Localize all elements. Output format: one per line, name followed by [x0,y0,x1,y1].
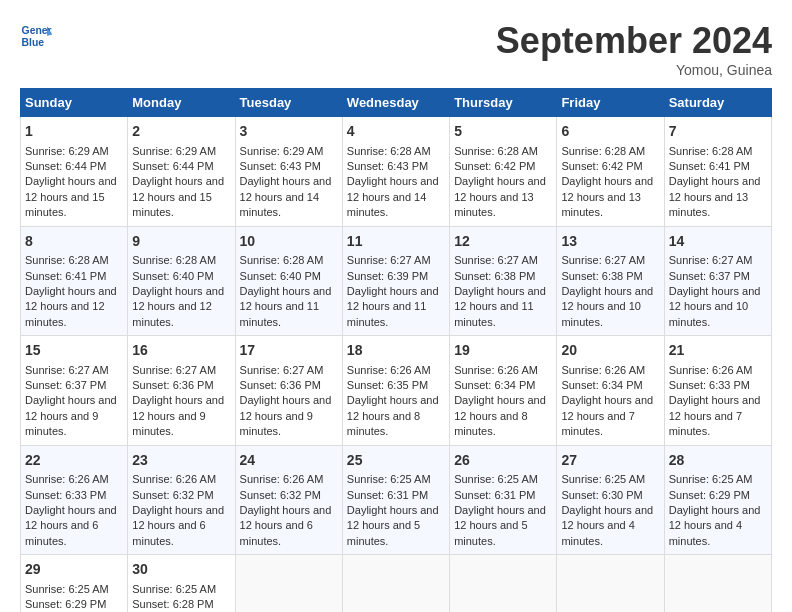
table-row: 29 Sunrise: 6:25 AM Sunset: 6:29 PM Dayl… [21,555,128,612]
title-block: September 2024 Yomou, Guinea [496,20,772,78]
header-friday: Friday [557,89,664,117]
calendar-week-row: 1 Sunrise: 6:29 AM Sunset: 6:44 PM Dayli… [21,117,772,227]
table-row: 3 Sunrise: 6:29 AM Sunset: 6:43 PM Dayli… [235,117,342,227]
table-row: 16 Sunrise: 6:27 AM Sunset: 6:36 PM Dayl… [128,336,235,446]
table-row: 26 Sunrise: 6:25 AM Sunset: 6:31 PM Dayl… [450,445,557,555]
table-row: 20 Sunrise: 6:26 AM Sunset: 6:34 PM Dayl… [557,336,664,446]
table-row: 4 Sunrise: 6:28 AM Sunset: 6:43 PM Dayli… [342,117,449,227]
table-row: 8 Sunrise: 6:28 AM Sunset: 6:41 PM Dayli… [21,226,128,336]
header-wednesday: Wednesday [342,89,449,117]
table-row: 23 Sunrise: 6:26 AM Sunset: 6:32 PM Dayl… [128,445,235,555]
table-row: 14 Sunrise: 6:27 AM Sunset: 6:37 PM Dayl… [664,226,771,336]
day-headers-row: Sunday Monday Tuesday Wednesday Thursday… [21,89,772,117]
table-row: 27 Sunrise: 6:25 AM Sunset: 6:30 PM Dayl… [557,445,664,555]
header-monday: Monday [128,89,235,117]
table-row: 11 Sunrise: 6:27 AM Sunset: 6:39 PM Dayl… [342,226,449,336]
table-row: 2 Sunrise: 6:29 AM Sunset: 6:44 PM Dayli… [128,117,235,227]
calendar-table: Sunday Monday Tuesday Wednesday Thursday… [20,88,772,612]
table-row: 6 Sunrise: 6:28 AM Sunset: 6:42 PM Dayli… [557,117,664,227]
table-row: 9 Sunrise: 6:28 AM Sunset: 6:40 PM Dayli… [128,226,235,336]
header-tuesday: Tuesday [235,89,342,117]
calendar-week-row: 8 Sunrise: 6:28 AM Sunset: 6:41 PM Dayli… [21,226,772,336]
table-row: 30 Sunrise: 6:25 AM Sunset: 6:28 PM Dayl… [128,555,235,612]
calendar-week-row: 15 Sunrise: 6:27 AM Sunset: 6:37 PM Dayl… [21,336,772,446]
table-row: 22 Sunrise: 6:26 AM Sunset: 6:33 PM Dayl… [21,445,128,555]
logo: General Blue [20,20,52,52]
location: Yomou, Guinea [496,62,772,78]
table-row: 21 Sunrise: 6:26 AM Sunset: 6:33 PM Dayl… [664,336,771,446]
calendar-week-row: 29 Sunrise: 6:25 AM Sunset: 6:29 PM Dayl… [21,555,772,612]
table-row: 28 Sunrise: 6:25 AM Sunset: 6:29 PM Dayl… [664,445,771,555]
empty-cell [342,555,449,612]
logo-icon: General Blue [20,20,52,52]
table-row: 12 Sunrise: 6:27 AM Sunset: 6:38 PM Dayl… [450,226,557,336]
table-row: 10 Sunrise: 6:28 AM Sunset: 6:40 PM Dayl… [235,226,342,336]
table-row: 17 Sunrise: 6:27 AM Sunset: 6:36 PM Dayl… [235,336,342,446]
empty-cell [235,555,342,612]
header-sunday: Sunday [21,89,128,117]
empty-cell [557,555,664,612]
table-row: 24 Sunrise: 6:26 AM Sunset: 6:32 PM Dayl… [235,445,342,555]
header-saturday: Saturday [664,89,771,117]
header-thursday: Thursday [450,89,557,117]
empty-cell [664,555,771,612]
calendar-week-row: 22 Sunrise: 6:26 AM Sunset: 6:33 PM Dayl… [21,445,772,555]
table-row: 1 Sunrise: 6:29 AM Sunset: 6:44 PM Dayli… [21,117,128,227]
svg-text:Blue: Blue [22,37,45,48]
empty-cell [450,555,557,612]
table-row: 15 Sunrise: 6:27 AM Sunset: 6:37 PM Dayl… [21,336,128,446]
table-row: 7 Sunrise: 6:28 AM Sunset: 6:41 PM Dayli… [664,117,771,227]
page-header: General Blue September 2024 Yomou, Guine… [20,20,772,78]
table-row: 25 Sunrise: 6:25 AM Sunset: 6:31 PM Dayl… [342,445,449,555]
table-row: 13 Sunrise: 6:27 AM Sunset: 6:38 PM Dayl… [557,226,664,336]
month-title: September 2024 [496,20,772,62]
table-row: 5 Sunrise: 6:28 AM Sunset: 6:42 PM Dayli… [450,117,557,227]
table-row: 18 Sunrise: 6:26 AM Sunset: 6:35 PM Dayl… [342,336,449,446]
table-row: 19 Sunrise: 6:26 AM Sunset: 6:34 PM Dayl… [450,336,557,446]
